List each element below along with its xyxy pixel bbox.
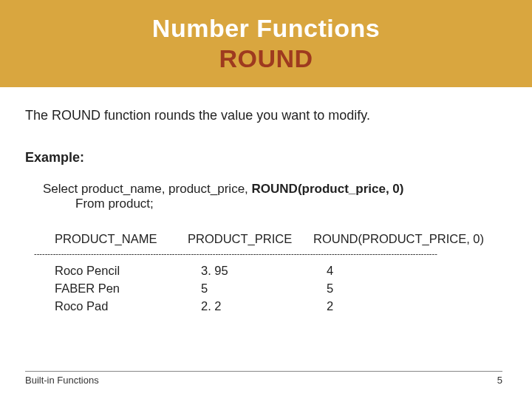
col-header-name: PRODUCT_NAME [55, 232, 188, 246]
cell-round: 5 [313, 280, 505, 298]
col-header-price: PRODUCT_PRICE [188, 232, 313, 246]
table-row: FABER Pen 5 5 [55, 280, 507, 298]
table-row: Roco Pad 2. 2 2 [55, 298, 507, 316]
example-label: Example: [25, 150, 507, 166]
col-header-round: ROUND(PRODUCT_PRICE, 0) [313, 232, 505, 246]
slide-footer: Built-in Functions 5 [25, 371, 502, 386]
cell-name: FABER Pen [55, 280, 188, 298]
cell-price: 5 [188, 280, 313, 298]
slide-title-line1: Number Functions [152, 14, 380, 43]
query-line-1-pre: Select product_name, product_price, [43, 182, 252, 196]
sql-query: Select product_name, product_price, ROUN… [43, 182, 507, 211]
title-banner: Number Functions ROUND [0, 0, 532, 87]
query-line-2: From product; [75, 197, 507, 211]
slide-number: 5 [497, 375, 502, 386]
table-row: Roco Pencil 3. 95 4 [55, 262, 507, 280]
query-line-1-bold: ROUND(product_price, 0) [252, 182, 404, 196]
slide: Number Functions ROUND The ROUND functio… [0, 0, 532, 399]
cell-round: 2 [313, 298, 505, 316]
footer-left: Built-in Functions [25, 375, 99, 386]
cell-price: 2. 2 [188, 298, 313, 316]
result-table: PRODUCT_NAME PRODUCT_PRICE ROUND(PRODUCT… [55, 232, 507, 316]
cell-round: 4 [313, 262, 505, 280]
cell-price: 3. 95 [188, 262, 313, 280]
query-line-1: Select product_name, product_price, ROUN… [43, 182, 507, 197]
slide-title-line2: ROUND [219, 44, 313, 73]
slide-body: The ROUND function rounds the value you … [0, 87, 532, 316]
cell-name: Roco Pad [55, 298, 188, 316]
table-divider: ----------------------------------------… [34, 249, 514, 258]
table-body: Roco Pencil 3. 95 4 FABER Pen 5 5 Roco P… [55, 262, 507, 316]
description-text: The ROUND function rounds the value you … [25, 108, 507, 123]
table-header: PRODUCT_NAME PRODUCT_PRICE ROUND(PRODUCT… [55, 232, 507, 246]
cell-name: Roco Pencil [55, 262, 188, 280]
